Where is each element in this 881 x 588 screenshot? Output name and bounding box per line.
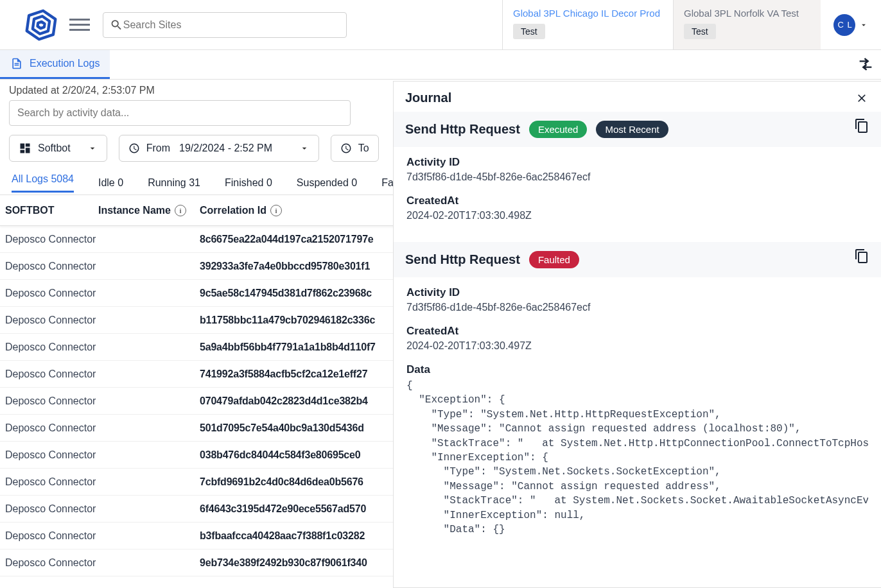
journal-entry-title: Send Http Request bbox=[405, 122, 520, 137]
status-badge: Faulted bbox=[529, 251, 579, 268]
from-filter[interactable]: From 19/2/2024 - 2:52 PM bbox=[119, 135, 319, 162]
to-filter[interactable]: To bbox=[331, 135, 379, 162]
cell-softbot: Deposco Connector bbox=[5, 261, 200, 272]
copy-icon[interactable] bbox=[854, 248, 869, 264]
status-tab-finished[interactable]: Finished 0 bbox=[225, 177, 272, 189]
softbot-filter-label: Softbot bbox=[38, 143, 71, 154]
cell-softbot: Deposco Connector bbox=[5, 368, 200, 380]
site-search[interactable] bbox=[103, 12, 347, 38]
field-label: Data bbox=[406, 363, 868, 376]
cell-softbot: Deposco Connector bbox=[5, 476, 200, 488]
connection-icon[interactable] bbox=[857, 55, 875, 73]
chevron-down-icon bbox=[299, 143, 310, 153]
activity-search-input[interactable] bbox=[9, 100, 351, 126]
cell-softbot: Deposco Connector bbox=[5, 557, 200, 569]
cell-correlation: 9eb734e389f2492b930c87f9061f340 bbox=[200, 557, 367, 569]
site-tab-norfolk[interactable]: Global 3PL Norfolk VA Test Test bbox=[673, 0, 821, 49]
to-label: To bbox=[358, 143, 369, 154]
journal-entry-header: Send Http RequestFaulted bbox=[394, 242, 881, 277]
field-label: CreatedAt bbox=[406, 325, 868, 338]
status-badge: Executed bbox=[529, 121, 588, 138]
cell-correlation: b3fbaafcca40428aac7f388f1c03282 bbox=[200, 530, 365, 542]
from-label: From bbox=[146, 143, 170, 154]
status-tab-idle[interactable]: Idle 0 bbox=[98, 177, 123, 189]
cell-softbot: Deposco Connector bbox=[5, 449, 200, 461]
journal-entry-header: Send Http RequestExecutedMost Recent bbox=[394, 112, 881, 147]
avatar: C L bbox=[833, 14, 855, 36]
col-correlation[interactable]: Correlation Idi bbox=[200, 205, 282, 216]
module-tabs: Execution Logs bbox=[0, 50, 881, 80]
dashboard-icon bbox=[19, 142, 31, 155]
cell-softbot: Deposco Connector bbox=[5, 503, 200, 515]
site-tab-chicago[interactable]: Global 3PL Chicago IL Decor Prod Test bbox=[502, 0, 673, 49]
field-value: 2024-02-20T17:03:30.498Z bbox=[406, 210, 868, 221]
cell-softbot: Deposco Connector bbox=[5, 395, 200, 407]
cell-correlation: 9c5ae58c147945d381d7f862c23968c bbox=[200, 288, 372, 299]
journal-panel: Journal Send Http RequestExecutedMost Re… bbox=[393, 81, 881, 588]
app-logo[interactable] bbox=[24, 8, 58, 42]
site-tab-title: Global 3PL Norfolk VA Test bbox=[684, 8, 808, 19]
status-tab-all[interactable]: All Logs 5084 bbox=[12, 173, 74, 193]
cell-correlation: 741992a3f5884acfb5cf2ca12e1eff27 bbox=[200, 368, 367, 380]
journal-entry-body: Activity ID7d3f5f86-d1de-45bf-826e-6ac25… bbox=[394, 147, 881, 242]
field-value: 2024-02-20T17:03:30.497Z bbox=[406, 340, 868, 352]
col-instance[interactable]: Instance Namei bbox=[98, 205, 200, 216]
chevron-down-icon bbox=[87, 143, 98, 153]
cell-correlation: 501d7095c7e54a40bc9a130d5436d bbox=[200, 422, 364, 434]
cell-correlation: 5a9a4bbf56bb4f7791a1a1b8b4d110f7 bbox=[200, 342, 376, 353]
cell-softbot: Deposco Connector bbox=[5, 530, 200, 542]
clock-icon bbox=[340, 143, 352, 154]
journal-title: Journal bbox=[405, 91, 451, 105]
softbot-filter[interactable]: Softbot bbox=[9, 135, 107, 162]
exception-data: { "Exception": { "Type": "System.Net.Htt… bbox=[406, 379, 868, 537]
col-softbot[interactable]: SOFTBOT bbox=[5, 205, 98, 216]
cell-correlation: 038b476dc84044c584f3e80695ce0 bbox=[200, 449, 360, 461]
cell-softbot: Deposco Connector bbox=[5, 342, 200, 353]
site-search-input[interactable] bbox=[123, 19, 340, 31]
app-header: Global 3PL Chicago IL Decor Prod Test Gl… bbox=[0, 0, 881, 50]
search-icon bbox=[110, 18, 123, 32]
document-icon bbox=[10, 57, 23, 70]
from-value: 19/2/2024 - 2:52 PM bbox=[179, 143, 272, 154]
site-tab-title: Global 3PL Chicago IL Decor Prod bbox=[513, 8, 660, 19]
site-tab-chip: Test bbox=[684, 24, 716, 39]
chevron-down-icon bbox=[859, 21, 868, 30]
header-left bbox=[0, 0, 354, 49]
journal-entry-title: Send Http Request bbox=[405, 252, 520, 267]
close-icon[interactable] bbox=[855, 92, 868, 105]
field-value: 7d3f5f86-d1de-45bf-826e-6ac258467ecf bbox=[406, 171, 868, 183]
cell-softbot: Deposco Connector bbox=[5, 288, 200, 299]
copy-icon[interactable] bbox=[854, 118, 869, 134]
cell-correlation: b11758bbc11a479cb702946182c336c bbox=[200, 315, 375, 326]
cell-correlation: 392933a3fe7a4e0bbccd95780e301f1 bbox=[200, 261, 370, 272]
info-icon[interactable]: i bbox=[270, 205, 282, 216]
site-tab-chip: Test bbox=[513, 24, 545, 39]
status-tab-faulted[interactable]: Fa bbox=[381, 177, 394, 189]
journal-entry-body: Activity ID7d3f5f86-d1de-45bf-826e-6ac25… bbox=[394, 277, 881, 546]
cell-correlation: 7cbfd9691b2c4d0c84d6dea0b5676 bbox=[200, 476, 363, 488]
status-tab-running[interactable]: Running 31 bbox=[148, 177, 200, 189]
status-badge: Most Recent bbox=[596, 121, 668, 138]
field-value: 7d3f5f86-d1de-45bf-826e-6ac258467ecf bbox=[406, 302, 868, 313]
info-icon[interactable]: i bbox=[175, 205, 186, 216]
tab-execution-logs[interactable]: Execution Logs bbox=[0, 50, 110, 79]
field-label: Activity ID bbox=[406, 286, 868, 299]
cell-softbot: Deposco Connector bbox=[5, 315, 200, 326]
field-label: Activity ID bbox=[406, 156, 868, 169]
menu-icon[interactable] bbox=[69, 15, 90, 35]
cell-softbot: Deposco Connector bbox=[5, 422, 200, 434]
cell-softbot: Deposco Connector bbox=[5, 234, 200, 245]
cell-correlation: 8c6675ea22a044d197ca2152071797e bbox=[200, 234, 374, 245]
clock-icon bbox=[128, 143, 140, 154]
status-tab-suspended[interactable]: Suspended 0 bbox=[297, 177, 357, 189]
field-label: CreatedAt bbox=[406, 195, 868, 207]
user-menu[interactable]: C L bbox=[821, 0, 881, 49]
cell-correlation: 6f4643c3195d472e90ece5567ad570 bbox=[200, 503, 366, 515]
module-tab-label: Execution Logs bbox=[30, 58, 100, 69]
cell-correlation: 070479afdab042c2823d4d1ce382b4 bbox=[200, 395, 368, 407]
